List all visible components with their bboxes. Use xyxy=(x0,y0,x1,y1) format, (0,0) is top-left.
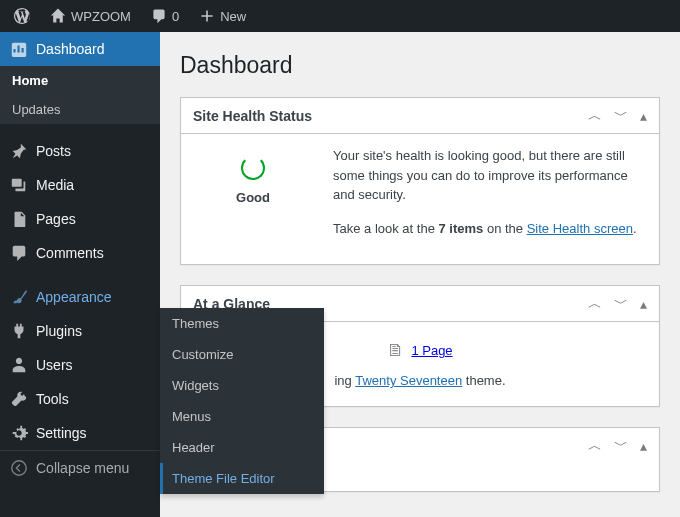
sidebar-label: Media xyxy=(36,177,74,193)
page-icon xyxy=(10,210,28,228)
sidebar-item-tools[interactable]: Tools xyxy=(0,382,160,416)
items-count: 7 items xyxy=(439,221,484,236)
toggle-icon[interactable]: ▴ xyxy=(640,296,647,312)
comment-icon xyxy=(151,8,167,24)
sidebar-label: Appearance xyxy=(36,289,112,305)
sidebar-item-settings[interactable]: Settings xyxy=(0,416,160,450)
new-content-menu[interactable]: New xyxy=(193,8,252,24)
sidebar-item-pages[interactable]: Pages xyxy=(0,202,160,236)
sidebar-item-appearance[interactable]: Appearance xyxy=(0,280,160,314)
brush-icon xyxy=(10,288,28,306)
pin-icon xyxy=(10,142,28,160)
move-down-icon[interactable]: ﹀ xyxy=(614,437,628,455)
svg-point-0 xyxy=(12,461,26,475)
sidebar-item-plugins[interactable]: Plugins xyxy=(0,314,160,348)
sidebar-label: Dashboard xyxy=(36,41,105,57)
admin-toolbar: WPZOOM 0 New xyxy=(0,0,680,32)
sidebar-label: Pages xyxy=(36,211,76,227)
health-gauge: Good xyxy=(193,146,313,252)
home-icon xyxy=(50,8,66,24)
collapse-icon xyxy=(10,459,28,477)
sidebar-item-comments[interactable]: Comments xyxy=(0,236,160,270)
sidebar-item-posts[interactable]: Posts xyxy=(0,134,160,168)
collapse-label: Collapse menu xyxy=(36,460,129,476)
page-count-link[interactable]: 1 Page xyxy=(411,343,452,358)
comments-count: 0 xyxy=(172,9,179,24)
widget-heading: Site Health Status xyxy=(193,108,312,124)
glance-pages[interactable]: 🗎 1 Page xyxy=(387,340,452,361)
page-icon: 🗎 xyxy=(387,340,405,361)
sidebar-item-users[interactable]: Users xyxy=(0,348,160,382)
toggle-icon[interactable]: ▴ xyxy=(640,108,647,124)
flyout-item-themes[interactable]: Themes xyxy=(160,308,324,339)
comments-menu[interactable]: 0 xyxy=(145,8,185,24)
flyout-item-widgets[interactable]: Widgets xyxy=(160,370,324,401)
move-down-icon[interactable]: ﹀ xyxy=(614,107,628,125)
theme-link[interactable]: Twenty Seventeen xyxy=(355,373,462,388)
site-name: WPZOOM xyxy=(71,9,131,24)
dashboard-icon xyxy=(10,40,28,58)
page-title: Dashboard xyxy=(180,52,660,79)
admin-sidebar: Dashboard Home Updates Posts Media Pages… xyxy=(0,32,160,517)
sidebar-label: Users xyxy=(36,357,73,373)
flyout-item-menus[interactable]: Menus xyxy=(160,401,324,432)
sidebar-label: Posts xyxy=(36,143,71,159)
site-health-widget: Site Health Status ︿ ﹀ ▴ Good Your site'… xyxy=(180,97,660,265)
move-up-icon[interactable]: ︿ xyxy=(588,107,602,125)
new-label: New xyxy=(220,9,246,24)
move-up-icon[interactable]: ︿ xyxy=(588,437,602,455)
wordpress-logo-menu[interactable] xyxy=(8,8,36,24)
sidebar-collapse-button[interactable]: Collapse menu xyxy=(0,450,160,485)
comment-icon xyxy=(10,244,28,262)
sidebar-label: Settings xyxy=(36,425,87,441)
toggle-icon[interactable]: ▴ xyxy=(640,438,647,454)
plus-icon xyxy=(199,8,215,24)
site-health-link[interactable]: Site Health screen xyxy=(527,221,633,236)
sidebar-item-dashboard[interactable]: Dashboard xyxy=(0,32,160,66)
sidebar-label: Comments xyxy=(36,245,104,261)
wordpress-icon xyxy=(14,8,30,24)
move-down-icon[interactable]: ﹀ xyxy=(614,295,628,313)
health-status-label: Good xyxy=(193,190,313,205)
sidebar-subitem-home[interactable]: Home xyxy=(0,66,160,95)
sidebar-label: Tools xyxy=(36,391,69,407)
site-name-menu[interactable]: WPZOOM xyxy=(44,8,137,24)
flyout-item-theme-file-editor[interactable]: Theme File Editor xyxy=(160,463,324,494)
sidebar-label: Plugins xyxy=(36,323,82,339)
health-description-2: Take a look at the 7 items on the Site H… xyxy=(333,219,647,239)
users-icon xyxy=(10,356,28,374)
tools-icon xyxy=(10,390,28,408)
plugin-icon xyxy=(10,322,28,340)
flyout-item-header[interactable]: Header xyxy=(160,432,324,463)
health-description-1: Your site's health is looking good, but … xyxy=(333,146,647,205)
move-up-icon[interactable]: ︿ xyxy=(588,295,602,313)
appearance-flyout-menu: Themes Customize Widgets Menus Header Th… xyxy=(160,308,324,494)
gauge-circle-icon xyxy=(241,156,265,180)
media-icon xyxy=(10,176,28,194)
sidebar-item-media[interactable]: Media xyxy=(0,168,160,202)
flyout-item-customize[interactable]: Customize xyxy=(160,339,324,370)
settings-icon xyxy=(10,424,28,442)
sidebar-subitem-updates[interactable]: Updates xyxy=(0,95,160,124)
